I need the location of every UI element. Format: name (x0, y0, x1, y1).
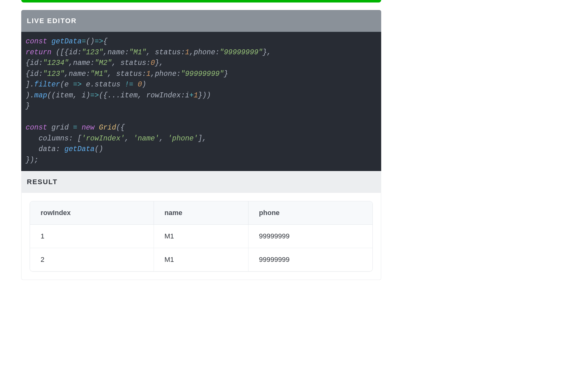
cell-name: M1 (154, 248, 249, 271)
result-header: RESULT (21, 171, 381, 193)
cell-phone: 99999999 (249, 248, 372, 271)
top-green-bar (21, 0, 381, 2)
cell-rowindex: 1 (30, 225, 154, 248)
col-header-phone[interactable]: phone (249, 201, 372, 225)
col-header-name[interactable]: name (154, 201, 249, 225)
cell-rowindex: 2 (30, 248, 154, 271)
live-editor-header: LIVE EDITOR (21, 10, 381, 32)
cell-name: M1 (154, 225, 249, 248)
col-header-rowindex[interactable]: rowIndex (30, 201, 154, 225)
result-table: rowIndex name phone 1 M1 99999999 2 M1 9… (30, 201, 373, 272)
cell-phone: 99999999 (249, 225, 372, 248)
table-row: 2 M1 99999999 (30, 248, 372, 271)
result-body: rowIndex name phone 1 M1 99999999 2 M1 9… (21, 193, 381, 280)
table-row: 1 M1 99999999 (30, 225, 372, 248)
code-editor[interactable]: const getData=()=>{ return ([{id:"123",n… (21, 32, 381, 171)
table-header-row: rowIndex name phone (30, 201, 372, 225)
